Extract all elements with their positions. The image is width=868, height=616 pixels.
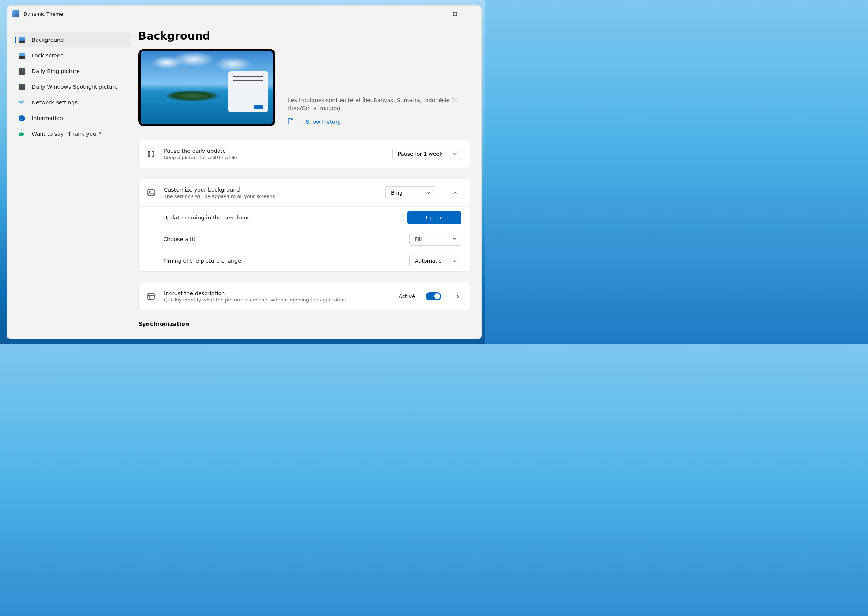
chevron-down-icon <box>448 148 461 160</box>
maximize-icon <box>453 12 457 16</box>
thumbs-up-icon <box>18 130 25 137</box>
sidebar-item-label: Daily Windows Spotlight picture <box>32 84 118 90</box>
close-button[interactable] <box>464 8 481 20</box>
sidebar-item-lockscreen[interactable]: Lock screen <box>14 48 132 63</box>
sidebar-item-background[interactable]: Background <box>14 32 132 47</box>
dropdown-value: Automatic <box>410 258 447 264</box>
sidebar-item-label: Lock screen <box>32 53 64 58</box>
maximize-button[interactable] <box>446 8 464 20</box>
picture-icon <box>147 189 155 196</box>
separator: · <box>299 119 301 125</box>
spotlight-icon <box>18 83 25 90</box>
expand-button[interactable] <box>454 294 461 299</box>
close-icon <box>470 12 475 16</box>
customize-card: Customize your background The settings w… <box>138 179 470 272</box>
chevron-down-icon <box>448 255 461 267</box>
timing-dropdown[interactable]: Automatic <box>409 255 461 267</box>
sidebar-item-label: Network settings <box>32 99 77 105</box>
pause-title: Pause the daily update <box>164 148 384 154</box>
svg-text:i: i <box>21 116 22 121</box>
sidebar-item-label: Background <box>32 37 64 43</box>
incrust-subtitle: Quickly identify what the picture repres… <box>164 297 390 303</box>
svg-rect-9 <box>148 293 154 299</box>
collapse-button[interactable] <box>448 186 461 199</box>
sidebar-item-network[interactable]: Network settings <box>14 95 132 110</box>
svg-rect-7 <box>148 190 154 196</box>
dropdown-value: Bing <box>386 190 408 196</box>
incrust-card: Incrust the description Quickly identify… <box>138 282 470 310</box>
customize-title: Customize your background <box>164 187 376 193</box>
incrust-title: Incrust the description <box>164 290 390 296</box>
description-icon <box>147 293 155 300</box>
preview-meta: Les tropiques sont en fête! Îles Banyak,… <box>288 96 470 126</box>
window-controls <box>429 8 481 20</box>
app-icon <box>12 11 19 17</box>
chevron-up-icon <box>453 191 457 194</box>
fit-label: Choose a fit <box>163 236 400 242</box>
sidebar-item-label: Information <box>32 115 63 121</box>
pause-icon <box>147 151 155 157</box>
timing-label: Timing of the picture change <box>163 258 400 264</box>
monitor-icon <box>18 36 25 43</box>
sidebar: Background Lock screen Daily Bing pictur… <box>7 22 138 339</box>
chevron-down-icon <box>421 187 435 199</box>
fit-dropdown[interactable]: Fill <box>409 233 461 245</box>
pause-subtitle: Keep a picture for a little while <box>164 155 384 160</box>
svg-rect-2 <box>19 84 25 90</box>
svg-rect-6 <box>152 151 154 157</box>
bing-picture-icon <box>18 68 25 74</box>
wifi-icon <box>18 99 25 106</box>
preview-section: Les tropiques sont en fête! Îles Banyak,… <box>138 49 470 126</box>
sidebar-item-spotlight[interactable]: Daily Windows Spotlight picture <box>14 79 132 94</box>
background-preview <box>138 49 275 126</box>
window-body: Background Lock screen Daily Bing pictur… <box>7 22 481 339</box>
incrust-toggle[interactable] <box>426 292 441 300</box>
info-icon: i <box>18 115 25 121</box>
app-title: Dynamic Theme <box>24 11 63 17</box>
sync-heading: Synchronization <box>138 321 470 328</box>
svg-rect-0 <box>453 12 456 16</box>
page-title: Background <box>138 30 470 42</box>
show-history-link[interactable]: Show history <box>306 119 341 125</box>
svg-rect-1 <box>19 68 25 74</box>
dropdown-value: Fill <box>410 236 427 242</box>
sidebar-item-label: Want to say "Thank you"? <box>32 131 101 137</box>
pause-duration-dropdown[interactable]: Pause for 1 week <box>392 148 461 160</box>
svg-point-8 <box>149 191 150 192</box>
titlebar: Dynamic Theme <box>7 6 481 22</box>
sidebar-item-thankyou[interactable]: Want to say "Thank you"? <box>14 126 132 141</box>
dropdown-value: Pause for 1 week <box>393 151 448 157</box>
background-source-dropdown[interactable]: Bing <box>385 186 435 199</box>
sidebar-item-bing[interactable]: Daily Bing picture <box>14 64 132 79</box>
update-button[interactable]: Update <box>407 211 461 224</box>
chevron-down-icon <box>448 233 461 245</box>
minimize-button[interactable] <box>429 8 446 20</box>
toggle-state-label: Activé <box>398 293 415 299</box>
minimize-icon <box>435 12 439 16</box>
lock-screen-icon <box>18 52 25 59</box>
content-area: Background Les tropiques sont en fête! Î… <box>138 22 481 339</box>
pause-card: Pause the daily update Keep a picture fo… <box>138 140 470 168</box>
app-window: Dynamic Theme Background Lock screen <box>7 5 481 339</box>
update-status-text: Update coming in the next hour <box>163 215 398 221</box>
preview-overlay-card <box>228 71 268 112</box>
document-icon[interactable] <box>288 118 294 126</box>
chevron-right-icon <box>456 294 459 299</box>
preview-caption: Les tropiques sont en fête! Îles Banyak,… <box>288 96 470 112</box>
sidebar-item-label: Daily Bing picture <box>32 68 80 74</box>
svg-rect-5 <box>148 151 150 157</box>
customize-subtitle: The settings will be applied to all your… <box>164 193 376 199</box>
sidebar-item-information[interactable]: i Information <box>14 111 132 126</box>
